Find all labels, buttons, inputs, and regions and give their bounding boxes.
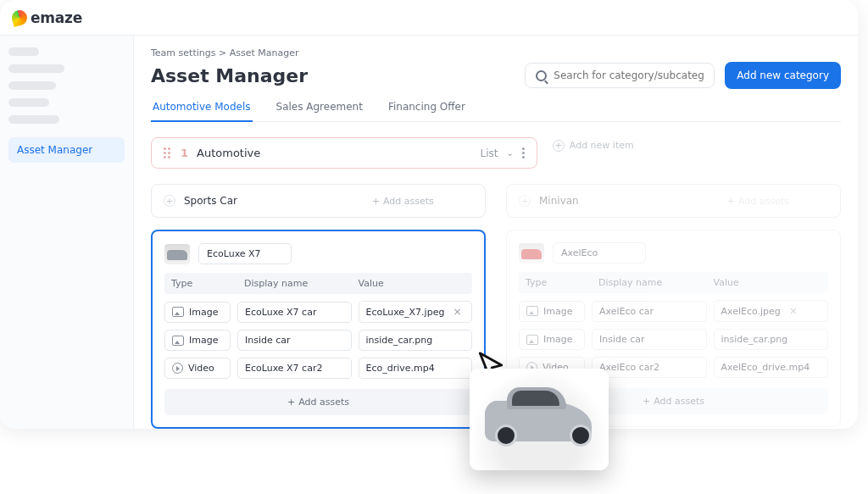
add-new-item-button[interactable]: + Add new item xyxy=(553,140,634,152)
app-window: emaze Asset Manager Team settings > Asse… xyxy=(0,0,858,429)
tab-sales-agreement[interactable]: Sales Agreement xyxy=(275,101,364,121)
sidebar-item-asset-manager[interactable]: Asset Manager xyxy=(8,137,125,163)
image-icon xyxy=(526,306,538,316)
category-bar[interactable]: 1 Automotive List ⌄ xyxy=(151,137,537,169)
plus-icon: + xyxy=(164,195,175,207)
type-cell[interactable]: Image xyxy=(164,330,231,351)
asset-table-header: Type Display name Value xyxy=(164,273,472,294)
sidebar-skeleton xyxy=(8,81,56,90)
add-assets-link[interactable]: + Add assets xyxy=(333,196,474,207)
tab-financing-offer[interactable]: Financing Offer xyxy=(387,101,467,121)
value-cell[interactable]: Eco_drive.mp4 xyxy=(359,358,473,379)
asset-row: Image EcoLuxe X7 car EcoLuxe_X7.jpeg× xyxy=(164,301,472,323)
column-left: + Sports Car + Add assets EcoLuxe X7 Typ… xyxy=(151,184,486,429)
subcategory-minivan[interactable]: + Minivan + Add assets xyxy=(506,184,841,218)
asset-card-ecoluxe[interactable]: EcoLuxe X7 Type Display name Value Image… xyxy=(151,230,486,429)
value-cell[interactable]: AxelEco.jpeg× xyxy=(714,300,829,322)
display-cell[interactable]: AxelEco car2 xyxy=(592,357,707,378)
col-type: Type xyxy=(526,277,592,288)
asset-row: Video EcoLuxe X7 car2 Eco_drive.mp4 xyxy=(164,358,472,379)
search-input[interactable] xyxy=(554,69,704,81)
car-wheel xyxy=(570,425,592,447)
clear-icon[interactable]: × xyxy=(453,306,461,318)
sidebar-skeleton xyxy=(8,64,64,73)
display-cell[interactable]: AxelEco car xyxy=(592,301,707,322)
category-left: 1 Automotive xyxy=(164,147,260,159)
sidebar-skeleton xyxy=(8,115,59,124)
category-name: Automotive xyxy=(197,147,260,159)
display-cell[interactable]: EcoLuxe X7 car xyxy=(237,302,352,323)
header-actions: Add new category xyxy=(525,62,841,89)
category-index: 1 xyxy=(181,147,188,159)
chevron-down-icon[interactable]: ⌄ xyxy=(506,148,513,158)
asset-table-header: Type Display name Value xyxy=(519,272,828,293)
add-item-label: Add new item xyxy=(570,140,634,151)
asset-title-field[interactable]: EcoLuxe X7 xyxy=(198,243,292,264)
page-header: Asset Manager Add new category xyxy=(151,62,841,89)
asset-thumbnail xyxy=(519,243,544,264)
video-icon xyxy=(172,363,183,374)
image-icon xyxy=(172,307,184,317)
subcategory-label: Minivan xyxy=(539,195,680,207)
page-title: Asset Manager xyxy=(151,65,308,86)
sidebar-skeleton xyxy=(8,47,39,56)
asset-row: Image AxelEco car AxelEco.jpeg× xyxy=(519,300,828,322)
type-cell[interactable]: Image xyxy=(519,301,585,322)
value-cell[interactable]: inside_car.png xyxy=(359,330,473,351)
col-type: Type xyxy=(171,278,237,289)
search-box[interactable] xyxy=(525,63,715,88)
dragged-car-photo xyxy=(470,369,609,470)
category-right: List ⌄ xyxy=(480,147,524,159)
kebab-menu-icon[interactable] xyxy=(522,147,525,158)
add-assets-link[interactable]: + Add assets xyxy=(688,196,829,207)
col-display: Display name xyxy=(244,278,352,289)
type-cell[interactable]: Image xyxy=(164,302,231,323)
value-cell[interactable]: EcoLuxe_X7.jpeg× xyxy=(359,301,473,323)
breadcrumb: Team settings > Asset Manager xyxy=(151,47,841,58)
flame-icon xyxy=(10,8,29,26)
type-cell[interactable]: Video xyxy=(164,358,231,379)
view-label[interactable]: List xyxy=(480,147,498,159)
topbar: emaze xyxy=(0,0,858,36)
image-icon xyxy=(172,336,184,346)
value-cell[interactable]: AxelEco_drive.mp4 xyxy=(714,357,829,378)
subcategory-sports-car[interactable]: + Sports Car + Add assets xyxy=(151,184,486,218)
brand-name: emaze xyxy=(31,9,82,26)
drag-handle-icon[interactable] xyxy=(164,147,172,158)
asset-thumbnail xyxy=(164,244,190,264)
body: Asset Manager Team settings > Asset Mana… xyxy=(0,36,858,429)
subcategory-label: Sports Car xyxy=(184,195,325,207)
col-display: Display name xyxy=(598,277,707,288)
asset-header: EcoLuxe X7 xyxy=(164,243,472,264)
type-cell[interactable]: Image xyxy=(519,329,585,350)
sidebar: Asset Manager xyxy=(0,36,134,429)
col-value: Value xyxy=(714,277,822,288)
plus-icon: + xyxy=(519,195,531,207)
add-assets-button[interactable]: + Add assets xyxy=(164,389,472,415)
asset-title-field[interactable]: AxelEco xyxy=(553,242,646,264)
display-cell[interactable]: Inside car xyxy=(237,330,352,351)
display-cell[interactable]: Inside car xyxy=(592,329,707,350)
plus-icon: + xyxy=(553,140,565,152)
image-icon xyxy=(526,335,538,345)
sidebar-skeleton xyxy=(8,98,49,107)
brand-logo: emaze xyxy=(12,9,82,26)
add-category-button[interactable]: Add new category xyxy=(725,62,841,89)
tabs: Automotive Models Sales Agreement Financ… xyxy=(151,101,841,122)
car-wheel xyxy=(495,425,517,447)
asset-row: Image Inside car inside_car.png xyxy=(519,329,828,350)
clear-icon[interactable]: × xyxy=(789,305,798,317)
asset-row: Image Inside car inside_car.png xyxy=(164,330,472,351)
category-row: 1 Automotive List ⌄ + Add new item xyxy=(151,122,841,169)
asset-header: AxelEco xyxy=(519,242,828,264)
display-cell[interactable]: EcoLuxe X7 car2 xyxy=(237,358,352,379)
col-value: Value xyxy=(359,278,466,289)
tab-automotive-models[interactable]: Automotive Models xyxy=(151,101,253,121)
search-icon xyxy=(536,70,547,81)
value-cell[interactable]: inside_car.png xyxy=(714,329,829,350)
